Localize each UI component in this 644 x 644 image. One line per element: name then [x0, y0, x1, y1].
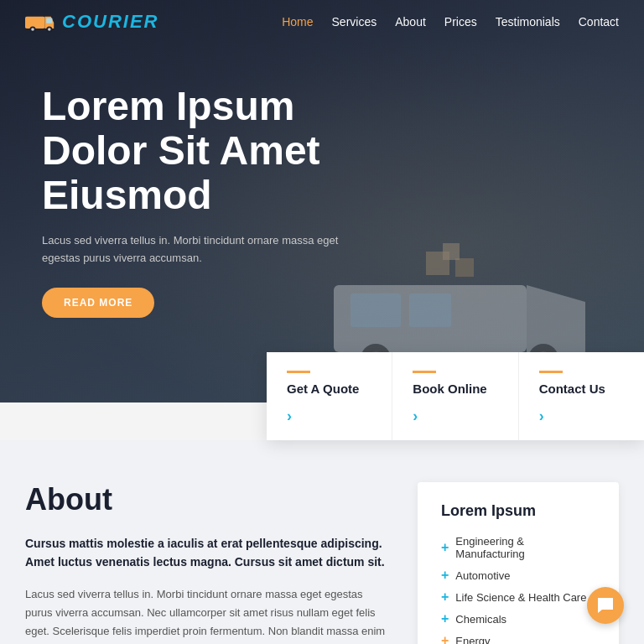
nav-link-about[interactable]: About: [395, 15, 426, 29]
hero-section: Lorem Ipsum Dolor Sit Amet Eiusmod Lacus…: [0, 0, 644, 402]
action-cards-container: Get A Quote › Book Online › Contact Us ›: [0, 352, 644, 440]
about-title: About: [25, 482, 392, 517]
action-card-quote-arrow: ›: [287, 408, 371, 425]
plus-icon: +: [441, 612, 449, 626]
sidebar-list: + Engineering & Manufacturing + Automoti…: [441, 535, 595, 644]
svg-rect-16: [455, 258, 474, 277]
logo[interactable]: COURIER: [25, 10, 158, 34]
plus-icon: +: [441, 590, 449, 604]
hero-title: Lorem Ipsum Dolor Sit Amet Eiusmod: [42, 85, 344, 217]
sidebar-item-0: Engineering & Manufacturing: [455, 535, 595, 560]
svg-rect-10: [409, 293, 451, 327]
action-cards-inner: Get A Quote › Book Online › Contact Us ›: [267, 352, 644, 440]
list-item: + Automotive: [441, 569, 595, 582]
sidebar-item-1: Automotive: [455, 569, 510, 582]
about-body-1: Lacus sed viverra tellus in. Morbi tinci…: [25, 585, 392, 644]
sidebar-item-4: Energy: [455, 635, 490, 645]
sidebar-item-3: Chemicals: [455, 613, 506, 626]
svg-point-3: [31, 28, 34, 31]
plus-icon: +: [441, 634, 449, 644]
nav-link-prices[interactable]: Prices: [444, 15, 477, 29]
about-section: About Cursus mattis molestie a iaculis a…: [25, 482, 392, 644]
chat-icon: [596, 596, 615, 615]
action-card-book-arrow: ›: [413, 408, 497, 425]
list-item: + Life Science & Health Care: [441, 590, 595, 604]
action-card-quote-title: Get A Quote: [287, 382, 371, 396]
sidebar-card-title: Lorem Ipsum: [441, 502, 595, 520]
action-card-contact-title: Contact Us: [539, 382, 624, 396]
nav-links: Home Services About Prices Testimonials …: [282, 14, 619, 29]
chat-button[interactable]: [587, 587, 624, 624]
list-item: + Energy: [441, 634, 595, 644]
hero-content: Lorem Ipsum Dolor Sit Amet Eiusmod Lacus…: [0, 85, 386, 318]
plus-icon: +: [441, 541, 449, 554]
action-card-quote[interactable]: Get A Quote ›: [267, 352, 392, 440]
sidebar-item-2: Life Science & Health Care: [455, 591, 586, 604]
svg-rect-0: [25, 17, 44, 29]
svg-rect-6: [46, 18, 52, 23]
read-more-button[interactable]: READ MORE: [42, 288, 154, 318]
sidebar-card: Lorem Ipsum + Engineering & Manufacturin…: [418, 482, 619, 644]
nav-link-services[interactable]: Services: [332, 15, 377, 29]
svg-marker-8: [527, 285, 585, 352]
action-card-bar-3: [539, 371, 563, 373]
list-item: + Engineering & Manufacturing: [441, 535, 595, 560]
action-card-bar: [287, 371, 310, 373]
svg-point-5: [48, 28, 51, 31]
list-item: + Chemicals: [441, 612, 595, 626]
main-content: About Cursus mattis molestie a iaculis a…: [0, 440, 644, 644]
hero-subtitle: Lacus sed viverra tellus in. Morbi tinci…: [42, 232, 344, 267]
action-card-contact[interactable]: Contact Us ›: [519, 352, 644, 440]
logo-text: COURIER: [62, 11, 158, 33]
svg-rect-17: [443, 243, 460, 260]
nav-link-home[interactable]: Home: [282, 15, 313, 29]
navbar: COURIER Home Services About Prices Testi…: [0, 0, 644, 44]
about-lead: Cursus mattis molestie a iaculis at erat…: [25, 534, 392, 572]
action-card-bar-2: [413, 371, 436, 373]
action-card-book[interactable]: Book Online ›: [392, 352, 518, 440]
action-card-contact-arrow: ›: [539, 408, 624, 425]
truck-logo-icon: [25, 10, 55, 34]
action-card-book-title: Book Online: [413, 382, 497, 396]
nav-link-testimonials[interactable]: Testimonials: [496, 15, 560, 29]
nav-link-contact[interactable]: Contact: [579, 15, 619, 29]
plus-icon: +: [441, 569, 449, 582]
